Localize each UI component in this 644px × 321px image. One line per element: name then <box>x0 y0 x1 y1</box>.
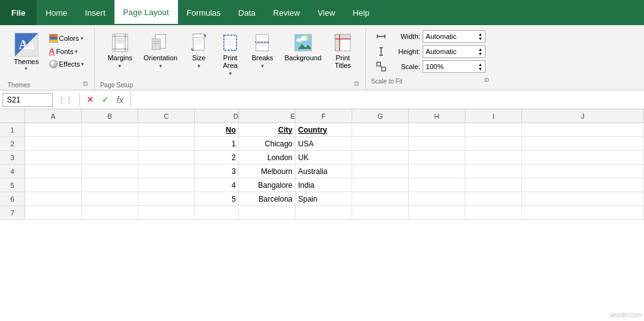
cell-h3[interactable] <box>409 151 465 164</box>
cell-d3[interactable]: 2 <box>195 151 239 164</box>
cell-e5[interactable]: Bangalore <box>239 178 296 192</box>
cell-d2[interactable]: 1 <box>195 137 239 150</box>
cell-e1[interactable]: City <box>239 123 296 136</box>
cell-f2[interactable]: USA <box>296 137 352 150</box>
cell-h1[interactable] <box>409 123 465 136</box>
menu-item-data[interactable]: Data <box>230 0 264 25</box>
menu-item-formulas[interactable]: Formulas <box>178 0 230 25</box>
cell-g1[interactable] <box>352 123 409 136</box>
col-header-d[interactable]: D <box>195 109 239 122</box>
cell-i4[interactable] <box>465 165 522 178</box>
cell-j3[interactable] <box>522 151 644 164</box>
cell-reference-box[interactable]: S21 <box>3 93 53 107</box>
cell-i3[interactable] <box>465 151 522 164</box>
height-spinner[interactable]: ▲▼ <box>478 47 482 56</box>
cell-f6[interactable]: Spain <box>296 192 352 205</box>
cell-d7[interactable] <box>195 206 239 219</box>
menu-item-insert[interactable]: Insert <box>76 0 114 25</box>
cell-g5[interactable] <box>352 178 409 192</box>
cell-c1[interactable] <box>138 123 195 136</box>
cell-j7[interactable] <box>522 206 644 219</box>
cell-b4[interactable] <box>82 165 138 178</box>
page-setup-expand-icon[interactable]: ⊡ <box>354 80 359 87</box>
print-area-button[interactable]: PrintArea ▾ <box>215 30 245 79</box>
cell-d4[interactable]: 3 <box>195 165 239 178</box>
cell-e6[interactable]: Barcelona <box>239 192 296 205</box>
cell-b7[interactable] <box>82 206 138 219</box>
menu-item-home[interactable]: Home <box>36 0 76 25</box>
cell-h2[interactable] <box>409 137 465 150</box>
colors-button[interactable]: Colors ▾ <box>47 33 87 44</box>
print-titles-button[interactable]: PrintTitles <box>328 30 358 72</box>
cell-d6[interactable]: 5 <box>195 192 239 205</box>
cancel-icon[interactable]: ✕ <box>84 94 96 106</box>
cell-a4[interactable] <box>25 165 82 178</box>
cell-j4[interactable] <box>522 165 644 178</box>
fx-icon[interactable]: fx <box>114 94 126 106</box>
menu-item-help[interactable]: Help <box>344 0 379 25</box>
cell-c4[interactable] <box>138 165 195 178</box>
fonts-button[interactable]: A Fonts ▾ <box>47 45 87 57</box>
background-button[interactable]: Background <box>279 30 326 64</box>
cell-h7[interactable] <box>409 206 465 219</box>
cell-f1[interactable]: Country <box>296 123 352 136</box>
cell-a1[interactable] <box>25 123 82 136</box>
cell-a2[interactable] <box>25 137 82 150</box>
breaks-button[interactable]: Breaks ▾ <box>247 30 278 72</box>
cell-i7[interactable] <box>465 206 522 219</box>
col-header-h[interactable]: H <box>409 109 465 122</box>
col-header-g[interactable]: G <box>352 109 409 122</box>
cell-b6[interactable] <box>82 192 138 205</box>
formula-input[interactable] <box>135 93 641 107</box>
cell-i6[interactable] <box>465 192 522 205</box>
cell-c2[interactable] <box>138 137 195 150</box>
col-header-e[interactable]: E <box>239 109 296 122</box>
size-button[interactable]: Size ▾ <box>184 30 214 72</box>
cell-j5[interactable] <box>522 178 644 192</box>
cell-e7[interactable] <box>239 206 296 219</box>
cell-g7[interactable] <box>352 206 409 219</box>
width-spinner[interactable]: ▲▼ <box>478 32 482 41</box>
menu-item-review[interactable]: Review <box>264 0 309 25</box>
height-input[interactable]: Automatic ▲▼ <box>423 45 486 58</box>
cell-j2[interactable] <box>522 137 644 150</box>
cell-e2[interactable]: Chicago <box>239 137 296 150</box>
cell-j1[interactable] <box>522 123 644 136</box>
col-header-a[interactable]: A <box>25 109 82 122</box>
menu-item-view[interactable]: View <box>309 0 344 25</box>
col-header-b[interactable]: B <box>82 109 138 122</box>
file-menu-button[interactable]: File <box>0 0 36 25</box>
cell-f4[interactable]: Australia <box>296 165 352 178</box>
orientation-button[interactable]: Orientation ▾ <box>138 30 182 72</box>
width-input[interactable]: Automatic ▲▼ <box>423 30 486 43</box>
cell-f7[interactable] <box>296 206 352 219</box>
cell-h4[interactable] <box>409 165 465 178</box>
cell-a3[interactable] <box>25 151 82 164</box>
scale-spinner[interactable]: ▲▼ <box>478 62 482 71</box>
col-header-c[interactable]: C <box>138 109 195 122</box>
cell-a6[interactable] <box>25 192 82 205</box>
themes-button[interactable]: Aa Themes ▾ <box>10 30 43 74</box>
cell-e3[interactable]: London <box>239 151 296 164</box>
confirm-icon[interactable]: ✓ <box>99 94 111 106</box>
cell-b5[interactable] <box>82 178 138 192</box>
cell-b1[interactable] <box>82 123 138 136</box>
cell-d5[interactable]: 4 <box>195 178 239 192</box>
cell-a5[interactable] <box>25 178 82 192</box>
cell-c7[interactable] <box>138 206 195 219</box>
cell-d1[interactable]: No <box>195 123 239 136</box>
menu-item-page-layout[interactable]: Page Layout <box>114 0 178 25</box>
cell-a7[interactable] <box>25 206 82 219</box>
cell-f3[interactable]: UK <box>296 151 352 164</box>
col-header-f[interactable]: F <box>296 109 352 122</box>
scale-expand-icon[interactable]: ⊡ <box>484 77 489 83</box>
cell-c6[interactable] <box>138 192 195 205</box>
cell-f5[interactable]: India <box>296 178 352 192</box>
cell-i2[interactable] <box>465 137 522 150</box>
margins-button[interactable]: Margins ▾ <box>103 30 137 72</box>
cell-c5[interactable] <box>138 178 195 192</box>
col-header-i[interactable]: I <box>465 109 522 122</box>
cell-g2[interactable] <box>352 137 409 150</box>
cell-b2[interactable] <box>82 137 138 150</box>
cell-g4[interactable] <box>352 165 409 178</box>
